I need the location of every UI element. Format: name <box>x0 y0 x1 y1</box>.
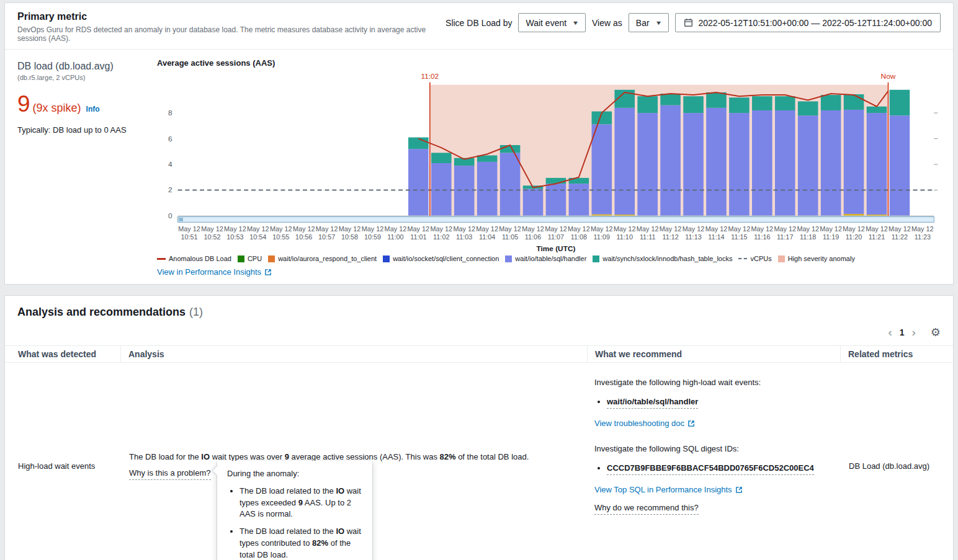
bar-segment <box>798 101 818 115</box>
svg-text:May 12: May 12 <box>591 225 613 233</box>
chart-title: Average active sessions (AAS) <box>157 58 941 68</box>
svg-text:10:55: 10:55 <box>272 233 289 241</box>
svg-text:11:01: 11:01 <box>410 233 426 241</box>
svg-text:10:56: 10:56 <box>295 233 312 241</box>
legend-swatch-box <box>238 256 244 262</box>
svg-text:May 12: May 12 <box>201 225 223 233</box>
primary-metric-title: Primary metric <box>17 11 445 22</box>
detected-cell: High-load wait events <box>5 363 120 560</box>
svg-text:May 12: May 12 <box>705 225 728 233</box>
svg-text:May 12: May 12 <box>270 225 292 233</box>
svg-text:May 12: May 12 <box>178 225 200 233</box>
chart-legend: Anomalous DB LoadCPUwait/io/aurora_respo… <box>157 255 941 262</box>
svg-text:11:22: 11:22 <box>892 233 908 241</box>
legend-item: wait/io/aurora_respond_to_client <box>268 255 377 262</box>
date-range-picker[interactable]: 2022-05-12T10:51:00+00:00 — 2022-05-12T1… <box>675 13 941 32</box>
table-header: What was detected Analysis What we recom… <box>5 345 953 363</box>
svg-text:May 12: May 12 <box>751 225 774 233</box>
svg-text:11:06: 11:06 <box>525 233 541 241</box>
view-top-sql-link[interactable]: View Top SQL in Performance Insights <box>594 485 743 494</box>
view-as-label: View as <box>592 18 622 28</box>
svg-text:May 12: May 12 <box>430 225 452 233</box>
svg-text:May 12: May 12 <box>660 225 682 233</box>
chevron-down-icon: ▼ <box>572 20 580 26</box>
primary-metric-panel: Primary metric DevOps Guru for RDS detec… <box>4 2 954 285</box>
svg-text:11:11: 11:11 <box>640 233 656 241</box>
column-header-analysis: Analysis <box>120 346 587 362</box>
svg-text:May 12: May 12 <box>385 225 407 233</box>
settings-gear-icon[interactable]: ⚙ <box>931 327 941 338</box>
bar-segment <box>614 108 635 215</box>
wait-event-link[interactable]: wait/io/table/sql/handler <box>607 397 698 409</box>
tooltip-bullet: The DB load related to the IO wait types… <box>240 486 362 521</box>
column-header-recommend: What we recommend <box>587 346 840 362</box>
pagination-toolbar: ‹ 1 › ⚙ <box>5 319 953 345</box>
svg-text:11:05: 11:05 <box>502 233 518 241</box>
svg-text:May 12: May 12 <box>408 225 430 233</box>
svg-text:May 12: May 12 <box>316 225 338 233</box>
pagination-prev-button[interactable]: ‹ <box>884 326 895 338</box>
svg-text:May 12: May 12 <box>614 225 636 233</box>
bar-segment <box>592 124 612 214</box>
pagination-page-number[interactable]: 1 <box>896 327 908 337</box>
svg-text:2: 2 <box>168 185 172 194</box>
slice-db-load-select[interactable]: Wait event ▼ <box>518 13 586 32</box>
related-metrics-cell: DB Load (db.load.avg) <box>840 363 953 560</box>
bar-segment <box>821 95 841 110</box>
svg-text:May 12: May 12 <box>247 225 269 233</box>
svg-text:11:09: 11:09 <box>594 233 610 241</box>
svg-text:May 12: May 12 <box>293 225 315 233</box>
legend-item: CPU <box>238 255 262 262</box>
pagination-next-button[interactable]: › <box>908 326 920 338</box>
svg-text:10:59: 10:59 <box>364 233 381 241</box>
svg-text:May 12: May 12 <box>820 225 842 233</box>
chart-scrollbar[interactable] <box>178 217 934 223</box>
svg-text:11:17: 11:17 <box>777 233 793 241</box>
legend-swatch-box <box>505 256 512 262</box>
svg-text:May 12: May 12 <box>568 225 590 233</box>
svg-text:11:02: 11:02 <box>421 72 439 81</box>
anomaly-tooltip: During the anomaly: The DB load related … <box>217 461 372 560</box>
svg-text:May 12: May 12 <box>362 225 384 233</box>
svg-text:May 12: May 12 <box>339 225 361 233</box>
svg-text:Now: Now <box>881 72 896 81</box>
view-performance-insights-link[interactable]: View in Performance Insights <box>157 267 272 277</box>
tooltip-heading: During the anomaly: <box>227 469 362 478</box>
external-link-icon <box>735 486 743 494</box>
recommend-intro-wait-events: Investigate the following high-load wait… <box>594 378 833 387</box>
info-link[interactable]: Info <box>86 105 100 113</box>
external-link-icon <box>687 420 695 427</box>
legend-item: wait/synch/sxlock/innodb/hash_table_lock… <box>593 255 732 262</box>
legend-swatch-box <box>268 256 275 262</box>
svg-text:11:03: 11:03 <box>456 233 472 241</box>
high-severity-anomaly-region <box>430 85 889 216</box>
chevron-down-icon: ▼ <box>655 20 662 26</box>
view-troubleshooting-doc-link[interactable]: View troubleshooting doc <box>594 419 695 428</box>
svg-text:11:16: 11:16 <box>754 233 770 241</box>
svg-text:10:58: 10:58 <box>341 233 358 241</box>
svg-text:11:15: 11:15 <box>731 233 747 241</box>
legend-item: wait/io/table/sql/handler <box>505 255 586 262</box>
why-do-we-recommend-link[interactable]: Why do we recommend this? <box>594 503 699 515</box>
bar-segment <box>546 178 566 184</box>
analysis-count: (1) <box>189 306 203 319</box>
svg-text:May 12: May 12 <box>911 225 934 233</box>
chart-controls: Slice DB Load by Wait event ▼ View as Ba… <box>445 11 941 32</box>
analysis-cell: The DB load for the IO wait types was ov… <box>120 363 587 560</box>
bar-segment <box>729 113 750 216</box>
svg-text:Time (UTC): Time (UTC) <box>537 244 576 253</box>
svg-text:11:12: 11:12 <box>662 233 678 241</box>
tooltip-bullet: The DB load related to the IO wait types… <box>240 526 362 560</box>
sql-digest-link[interactable]: CCCD7B9FBBE9F6BBACF54BDD0765F6CD52C00EC4 <box>607 463 814 475</box>
bar-segment <box>660 105 681 216</box>
metric-name: DB load (db.load.avg) <box>17 61 157 72</box>
bar-segment <box>775 96 795 110</box>
column-header-detected: What was detected <box>5 346 120 362</box>
view-as-select[interactable]: Bar ▼ <box>629 13 669 32</box>
svg-text:8: 8 <box>168 109 172 117</box>
bar-segment <box>798 115 818 216</box>
svg-text:11:04: 11:04 <box>479 233 495 241</box>
recommend-intro-sql-digest: Investigate the following SQL digest IDs… <box>594 444 833 453</box>
why-is-this-a-problem-link[interactable]: Why is this a problem? <box>129 468 211 480</box>
bar-segment <box>454 166 475 216</box>
